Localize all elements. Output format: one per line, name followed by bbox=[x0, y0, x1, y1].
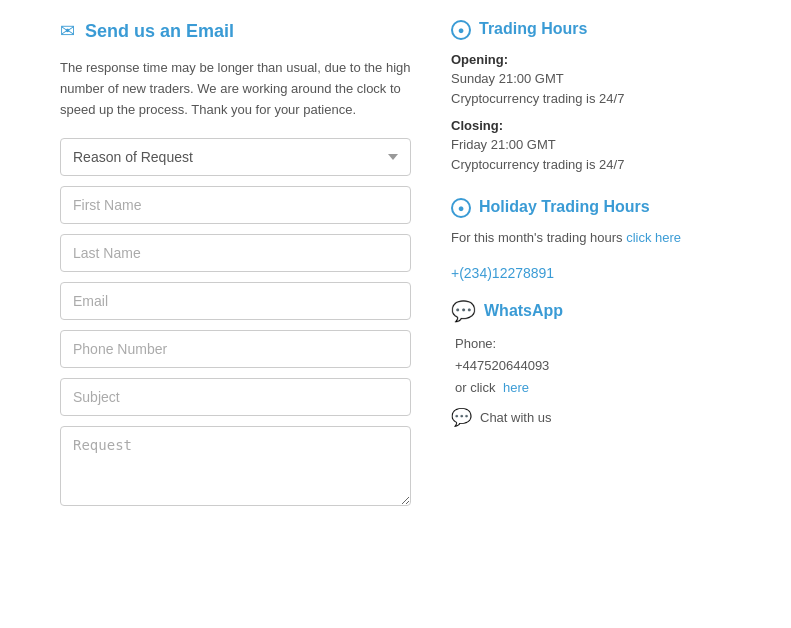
envelope-icon: ✉ bbox=[60, 20, 75, 42]
closing-label: Closing: bbox=[451, 118, 731, 133]
whatsapp-here-link[interactable]: here bbox=[503, 380, 529, 395]
holiday-trading-title: Holiday Trading Hours bbox=[479, 198, 650, 216]
whatsapp-title-row: 💬 WhatsApp bbox=[451, 299, 731, 323]
email-input[interactable] bbox=[60, 282, 411, 320]
whatsapp-section: 💬 WhatsApp Phone: +447520644093 or click… bbox=[451, 299, 731, 428]
trading-hours-title: Trading Hours bbox=[479, 20, 587, 38]
lastname-input[interactable] bbox=[60, 234, 411, 272]
opening-value: Sunday 21:00 GMT Cryptocurrency trading … bbox=[451, 69, 731, 108]
whatsapp-or-click: or click here bbox=[455, 380, 529, 395]
holiday-trading-section: ● Holiday Trading Hours For this month's… bbox=[451, 198, 731, 245]
whatsapp-phone-label: Phone: bbox=[455, 336, 496, 351]
opening-label: Opening: bbox=[451, 52, 731, 67]
reason-select[interactable]: Reason of RequestAccount IssuesDepositWi… bbox=[60, 138, 411, 176]
whatsapp-icon: 💬 bbox=[451, 299, 476, 323]
whatsapp-title-text: WhatsApp bbox=[484, 302, 563, 320]
phone-number-link[interactable]: +(234)12278891 bbox=[451, 265, 731, 281]
subject-input[interactable] bbox=[60, 378, 411, 416]
request-textarea[interactable] bbox=[60, 426, 411, 506]
phone-input[interactable] bbox=[60, 330, 411, 368]
whatsapp-details: Phone: +447520644093 or click here bbox=[451, 333, 731, 399]
click-here-link[interactable]: click here bbox=[626, 230, 681, 245]
chat-label: Chat with us bbox=[480, 410, 552, 425]
holiday-title-row: ● Holiday Trading Hours bbox=[451, 198, 731, 218]
clock-icon: ● bbox=[451, 20, 471, 40]
email-description: The response time may be longer than usu… bbox=[60, 58, 411, 120]
closing-value: Friday 21:00 GMT Cryptocurrency trading … bbox=[451, 135, 731, 174]
whatsapp-phone-number: +447520644093 bbox=[455, 358, 549, 373]
chat-row: 💬 Chat with us bbox=[451, 407, 731, 428]
trading-hours-title-row: ● Trading Hours bbox=[451, 20, 731, 40]
chat-icon: 💬 bbox=[451, 407, 472, 428]
email-title: Send us an Email bbox=[85, 21, 234, 42]
right-column: ● Trading Hours Opening: Sunday 21:00 GM… bbox=[451, 20, 731, 608]
firstname-input[interactable] bbox=[60, 186, 411, 224]
holiday-clock-icon: ● bbox=[451, 198, 471, 218]
holiday-description: For this month's trading hours click her… bbox=[451, 230, 731, 245]
trading-hours-section: ● Trading Hours Opening: Sunday 21:00 GM… bbox=[451, 20, 731, 174]
email-section-title: ✉ Send us an Email bbox=[60, 20, 411, 42]
left-column: ✉ Send us an Email The response time may… bbox=[60, 20, 411, 608]
